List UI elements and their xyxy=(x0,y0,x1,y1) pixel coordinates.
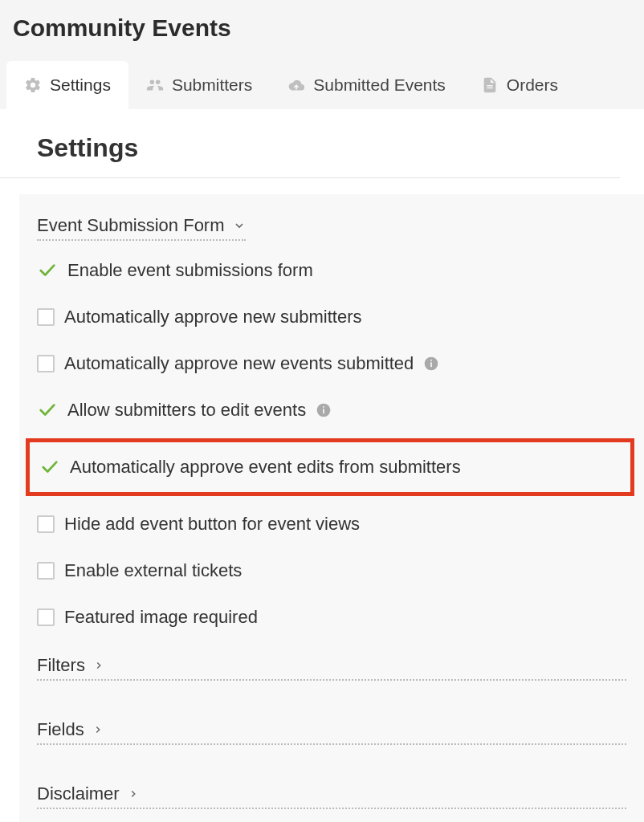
checkbox-empty xyxy=(37,562,55,580)
gear-icon xyxy=(24,76,42,94)
svg-rect-4 xyxy=(323,409,324,413)
expander-label: Event Submission Form xyxy=(37,215,225,236)
tab-label: Settings xyxy=(50,75,111,95)
option-row[interactable]: Featured image required xyxy=(37,607,626,628)
tab-label: Submitted Events xyxy=(313,75,446,95)
expander-label: Filters xyxy=(37,655,85,676)
tab-settings[interactable]: Settings xyxy=(6,61,128,109)
expander-label: Disclaimer xyxy=(37,783,120,804)
svg-rect-2 xyxy=(431,360,433,361)
cloud-upload-icon xyxy=(287,76,305,94)
option-row[interactable]: Hide add event button for event views xyxy=(37,514,626,535)
checkbox-empty xyxy=(37,515,55,533)
option-row[interactable]: Automatically approve event edits from s… xyxy=(39,457,621,478)
tab-submitted-events[interactable]: Submitted Events xyxy=(270,61,463,109)
svg-rect-5 xyxy=(323,406,324,408)
option-label: Featured image required xyxy=(64,607,258,628)
option-row[interactable]: Automatically approve new events submitt… xyxy=(37,353,626,374)
tabs-bar: Settings Submitters Submitted Events Ord… xyxy=(0,61,644,109)
settings-panel: Event Submission Form Enable event submi… xyxy=(19,194,644,822)
option-row[interactable]: Automatically approve new submitters xyxy=(37,307,626,328)
option-row[interactable]: Enable external tickets xyxy=(37,560,626,581)
tab-label: Submitters xyxy=(172,75,252,95)
option-label: Allow submitters to edit events xyxy=(67,400,306,421)
chevron-right-icon xyxy=(92,724,104,735)
checkmark-icon xyxy=(37,262,58,279)
checkmark-icon xyxy=(39,458,60,476)
expander-fields[interactable]: Fields xyxy=(37,719,626,745)
option-row[interactable]: Allow submitters to edit events xyxy=(37,400,626,421)
option-label: Enable event submissions form xyxy=(67,260,313,281)
chevron-right-icon xyxy=(93,660,104,671)
checkmark-icon xyxy=(37,401,58,419)
option-row[interactable]: Enable event submissions form xyxy=(37,260,626,281)
expander-disclaimer[interactable]: Disclaimer xyxy=(37,783,626,809)
checkbox-empty xyxy=(37,608,55,626)
info-icon[interactable] xyxy=(316,402,332,418)
option-label: Automatically approve event edits from s… xyxy=(70,457,461,478)
expander-event-submission-form[interactable]: Event Submission Form xyxy=(37,215,246,241)
chevron-right-icon xyxy=(128,788,139,800)
tab-orders[interactable]: Orders xyxy=(463,61,576,109)
option-label: Enable external tickets xyxy=(64,560,242,581)
tab-submitters[interactable]: Submitters xyxy=(128,61,270,109)
checkbox-empty xyxy=(37,308,55,326)
info-icon[interactable] xyxy=(423,356,439,372)
chevron-down-icon xyxy=(233,219,246,232)
collapsed-sections: Filters Fields Disclaimer xyxy=(37,655,626,822)
checkbox-empty xyxy=(37,355,55,372)
page-title: Community Events xyxy=(13,14,631,42)
option-label: Automatically approve new events submitt… xyxy=(64,353,414,374)
tab-label: Orders xyxy=(507,75,558,95)
document-icon xyxy=(481,76,499,94)
users-icon xyxy=(146,76,164,94)
options-list: Enable event submissions formAutomatical… xyxy=(37,260,626,628)
section-title: Settings xyxy=(0,133,620,178)
option-label: Hide add event button for event views xyxy=(64,514,360,535)
svg-rect-1 xyxy=(431,362,433,367)
option-label: Automatically approve new submitters xyxy=(64,307,362,328)
highlighted-option: Automatically approve event edits from s… xyxy=(26,438,634,496)
expander-filters[interactable]: Filters xyxy=(37,655,626,681)
expander-label: Fields xyxy=(37,719,84,740)
